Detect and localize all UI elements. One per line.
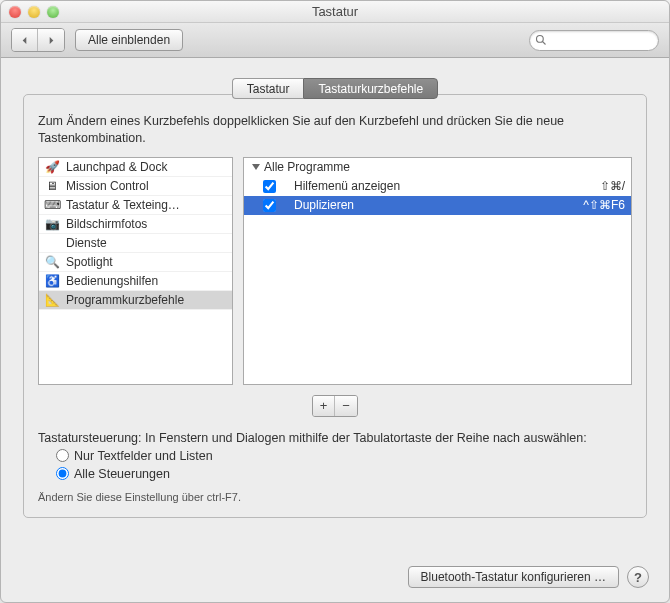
window-title: Tastatur xyxy=(1,4,669,19)
keyboard-control-heading: Tastatursteuerung: In Fenstern und Dialo… xyxy=(38,431,632,445)
category-icon: 📷 xyxy=(44,216,60,232)
keyboard-control-hint: Ändern Sie diese Einstellung über ctrl-F… xyxy=(38,491,632,503)
shortcut-row[interactable]: Duplizieren^⇧⌘F6 xyxy=(244,196,631,215)
category-icon: 📐 xyxy=(44,292,60,308)
shortcut-group-label: Alle Programme xyxy=(264,160,350,174)
svg-line-1 xyxy=(543,41,546,44)
shortcut-checkbox-wrap xyxy=(262,198,276,212)
lists-container: 🚀Launchpad & Dock🖥Mission Control⌨Tastat… xyxy=(38,157,632,385)
category-row[interactable]: Dienste xyxy=(39,234,232,253)
addremove-group: + − xyxy=(38,395,632,417)
radio-all[interactable]: Alle Steuerungen xyxy=(56,467,632,481)
category-row[interactable]: 🖥Mission Control xyxy=(39,177,232,196)
category-list[interactable]: 🚀Launchpad & Dock🖥Mission Control⌨Tastat… xyxy=(38,157,233,385)
category-icon: 🖥 xyxy=(44,178,60,194)
titlebar: Tastatur xyxy=(1,1,669,23)
disclosure-triangle-icon[interactable] xyxy=(252,164,260,170)
content: Tastatur Tastaturkurzbefehle Zum Ändern … xyxy=(1,58,669,556)
category-icon: 🚀 xyxy=(44,159,60,175)
tab-shortcuts[interactable]: Tastaturkurzbefehle xyxy=(303,78,438,99)
tab-bar: Tastatur Tastaturkurzbefehle xyxy=(23,78,647,99)
keyboard-control-section: Tastatursteuerung: In Fenstern und Dialo… xyxy=(38,431,632,503)
shortcut-keys: ^⇧⌘F6 xyxy=(583,198,625,212)
category-label: Spotlight xyxy=(66,255,227,269)
radio-text-only[interactable]: Nur Textfelder und Listen xyxy=(56,449,632,463)
category-label: Bildschirmfotos xyxy=(66,217,227,231)
prefs-window: Tastatur Alle einblenden Tastatur xyxy=(0,0,670,603)
radio-text-only-input[interactable] xyxy=(56,449,69,462)
bluetooth-config-button[interactable]: Bluetooth-Tastatur konfigurieren … xyxy=(408,566,619,588)
category-label: Bedienungshilfen xyxy=(66,274,227,288)
toolbar: Alle einblenden xyxy=(1,23,669,58)
category-icon: ♿ xyxy=(44,273,60,289)
shortcut-checkbox[interactable] xyxy=(263,180,276,193)
category-row[interactable]: 🔍Spotlight xyxy=(39,253,232,272)
category-row[interactable]: ⌨Tastatur & Texteing… xyxy=(39,196,232,215)
remove-button[interactable]: − xyxy=(335,396,357,416)
nav-segment xyxy=(11,28,65,52)
svg-point-0 xyxy=(537,35,544,42)
shortcut-group-header[interactable]: Alle Programme xyxy=(244,158,631,177)
description-text: Zum Ändern eines Kurzbefehls doppelklick… xyxy=(38,113,632,147)
category-icon: 🔍 xyxy=(44,254,60,270)
category-label: Tastatur & Texteing… xyxy=(66,198,227,212)
tab-keyboard[interactable]: Tastatur xyxy=(232,78,304,99)
back-button[interactable] xyxy=(12,29,38,51)
category-icon xyxy=(44,235,60,251)
search-icon xyxy=(535,34,547,46)
category-row[interactable]: 🚀Launchpad & Dock xyxy=(39,158,232,177)
forward-button[interactable] xyxy=(38,29,64,51)
shortcut-label: Hilfemenü anzeigen xyxy=(284,179,592,193)
pane: Zum Ändern eines Kurzbefehls doppelklick… xyxy=(23,94,647,518)
category-row[interactable]: ♿Bedienungshilfen xyxy=(39,272,232,291)
category-row[interactable]: 📷Bildschirmfotos xyxy=(39,215,232,234)
shortcut-list[interactable]: Alle ProgrammeHilfemenü anzeigen⇧⌘/Dupli… xyxy=(243,157,632,385)
search-input[interactable] xyxy=(529,30,659,51)
shortcut-keys: ⇧⌘/ xyxy=(600,179,625,193)
category-row[interactable]: 📐Programmkurzbefehle xyxy=(39,291,232,310)
show-all-button[interactable]: Alle einblenden xyxy=(75,29,183,51)
radio-all-input[interactable] xyxy=(56,467,69,480)
help-button[interactable]: ? xyxy=(627,566,649,588)
show-all-label: Alle einblenden xyxy=(88,33,170,47)
footer: Bluetooth-Tastatur konfigurieren … ? xyxy=(1,556,669,602)
add-button[interactable]: + xyxy=(313,396,335,416)
shortcut-checkbox[interactable] xyxy=(263,199,276,212)
category-icon: ⌨ xyxy=(44,197,60,213)
shortcut-row[interactable]: Hilfemenü anzeigen⇧⌘/ xyxy=(244,177,631,196)
category-label: Programmkurzbefehle xyxy=(66,293,227,307)
category-label: Mission Control xyxy=(66,179,227,193)
shortcut-label: Duplizieren xyxy=(284,198,575,212)
shortcut-checkbox-wrap xyxy=(262,179,276,193)
search-wrap xyxy=(529,30,659,51)
category-label: Launchpad & Dock xyxy=(66,160,227,174)
category-label: Dienste xyxy=(66,236,227,250)
